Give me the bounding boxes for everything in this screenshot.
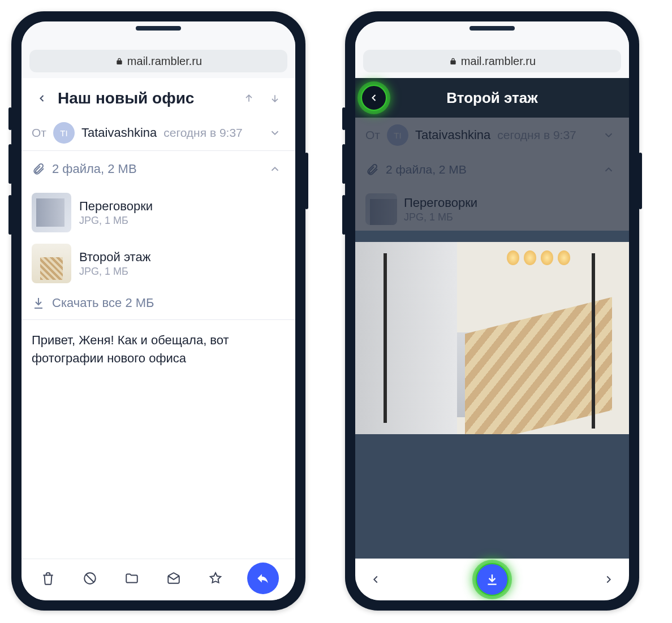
expand-sender-button[interactable] <box>265 123 285 143</box>
download-all-label: Скачать все 2 МБ <box>52 296 154 310</box>
move-folder-button[interactable] <box>122 568 142 589</box>
viewer-header: Второй этаж <box>355 78 629 118</box>
address-bar[interactable]: mail.rambler.ru <box>363 50 621 72</box>
attachments-summary: 2 файла, 2 MB <box>52 162 137 176</box>
back-button[interactable] <box>32 88 52 109</box>
browser-chrome: mail.rambler.ru <box>355 21 629 78</box>
attachment-item[interactable]: Второй этаж JPG, 1 МБ <box>21 238 295 289</box>
star-button[interactable] <box>205 568 226 589</box>
download-all-button[interactable]: Скачать все 2 МБ <box>21 289 295 320</box>
image-viewer-area <box>355 231 629 559</box>
mark-read-button[interactable] <box>163 568 184 589</box>
viewer-back-button[interactable] <box>361 85 387 111</box>
mail-header: Наш новый офис <box>21 78 295 115</box>
bottom-toolbar <box>21 559 295 600</box>
url-host: mail.rambler.ru <box>461 55 536 68</box>
delete-button[interactable] <box>38 568 58 589</box>
viewer-prev-button[interactable] <box>365 569 386 590</box>
attachment-name: Переговорки <box>79 199 153 214</box>
attachment-meta: JPG, 1 МБ <box>79 266 150 278</box>
attachment-meta: JPG, 1 МБ <box>79 215 153 227</box>
from-label: От <box>32 126 46 140</box>
viewer-next-button[interactable] <box>598 569 619 590</box>
viewer-bottom-bar <box>355 559 629 600</box>
attachments-summary-row[interactable]: 2 файла, 2 MB <box>21 151 295 187</box>
browser-chrome: mail.rambler.ru <box>21 21 295 78</box>
address-bar[interactable]: mail.rambler.ru <box>29 50 287 72</box>
attachment-name: Второй этаж <box>79 250 150 265</box>
collapse-attachments-button[interactable] <box>265 159 285 179</box>
sender-row[interactable]: От TI Tataivashkina сегодня в 9:37 <box>21 115 295 151</box>
phone-frame-right: mail.rambler.ru Второй этаж От TI Tataiv… <box>345 11 639 611</box>
prev-email-button[interactable] <box>239 88 259 109</box>
email-subject: Наш новый офис <box>58 89 233 107</box>
next-email-button[interactable] <box>265 88 285 109</box>
avatar: TI <box>53 122 75 144</box>
phone-frame-left: mail.rambler.ru Наш новый офис От TI Tat… <box>11 11 305 611</box>
lock-icon <box>449 57 458 66</box>
dimmed-email-behind: От TI Tataivashkina сегодня в 9:37 2 фай… <box>355 118 629 600</box>
email-body: Привет, Женя! Как и обещала, вот фотогра… <box>21 320 295 559</box>
attachment-thumbnail <box>32 244 71 283</box>
download-icon <box>32 296 45 310</box>
screen-right: mail.rambler.ru Второй этаж От TI Tataiv… <box>355 21 629 600</box>
spam-button[interactable] <box>80 568 100 589</box>
viewer-image[interactable] <box>355 242 629 434</box>
sender-time: сегодня в 9:37 <box>163 126 243 140</box>
viewer-title: Второй этаж <box>387 89 597 107</box>
screen-left: mail.rambler.ru Наш новый офис От TI Tat… <box>21 21 295 600</box>
paperclip-icon <box>32 162 45 176</box>
lock-icon <box>115 57 124 66</box>
attachment-item[interactable]: Переговорки JPG, 1 МБ <box>21 187 295 238</box>
viewer-download-button[interactable] <box>476 563 509 596</box>
url-host: mail.rambler.ru <box>127 55 202 68</box>
reply-button[interactable] <box>247 563 279 594</box>
attachment-thumbnail <box>32 193 71 232</box>
sender-name: Tataivashkina <box>81 126 157 140</box>
